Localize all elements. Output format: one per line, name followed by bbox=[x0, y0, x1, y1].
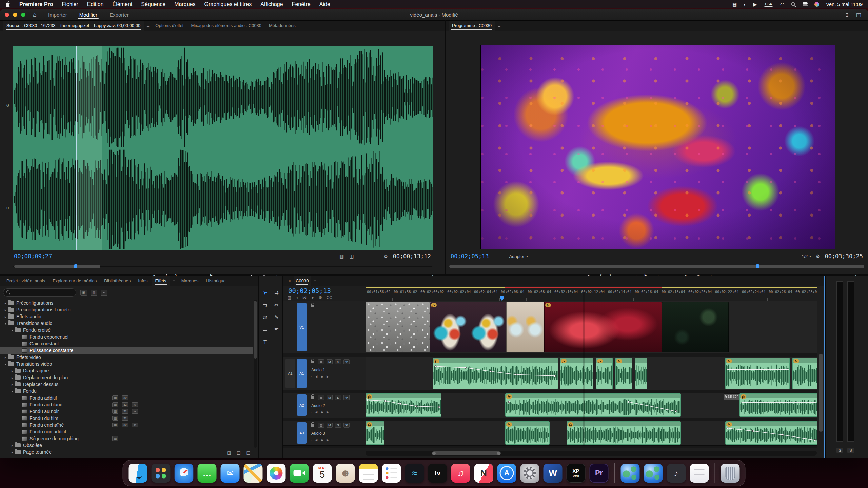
new-preset-icon[interactable]: ⊡ bbox=[237, 450, 241, 456]
next-keyframe-button[interactable]: ▶ bbox=[327, 375, 329, 378]
audio-clip-a2-1[interactable]: fx bbox=[366, 393, 441, 417]
panel-tab-metadonnees[interactable]: Métadonnées bbox=[265, 21, 299, 30]
csa-status-badge[interactable]: CSA bbox=[764, 2, 773, 7]
effects-bin-transitions-audio[interactable]: ▾Transitions audio bbox=[0, 320, 253, 327]
previous-keyframe-button[interactable]: ◀ bbox=[315, 438, 317, 442]
solo-right-button[interactable]: S bbox=[847, 448, 854, 453]
audio-transition-gain-con[interactable]: Gain con bbox=[724, 393, 739, 400]
panel-tab-explorateur-de-medias[interactable]: Explorateur de médias bbox=[49, 276, 100, 286]
effect-item-fondu-non-additif[interactable]: Fondu non additif bbox=[0, 428, 253, 435]
effect-item-fondu-au-blanc[interactable]: Fondu au blanc▦32≋ bbox=[0, 401, 253, 408]
previous-keyframe-button[interactable]: ◀ bbox=[315, 410, 317, 414]
disclosure-closed-icon[interactable]: ▸ bbox=[10, 369, 15, 373]
fx-badge[interactable]: fx bbox=[597, 359, 603, 363]
app-menu[interactable]: Premiere Pro bbox=[19, 1, 53, 7]
menu-element[interactable]: Élément bbox=[113, 1, 133, 7]
apple-menu-icon[interactable] bbox=[5, 1, 11, 7]
menu-affichage[interactable]: Affichage bbox=[260, 1, 283, 7]
source-zoom-thumb[interactable] bbox=[14, 265, 100, 268]
menu-fichier[interactable]: Fichier bbox=[62, 1, 78, 7]
control-center-icon[interactable] bbox=[803, 2, 808, 7]
effect-item-fondu-du-film[interactable]: Fondu du film▦32 bbox=[0, 415, 253, 422]
source-scrub-playhead[interactable] bbox=[74, 264, 77, 268]
audio-clip-a1-6[interactable]: fx bbox=[725, 358, 790, 389]
dock-contacts-icon[interactable]: ☻ bbox=[336, 464, 355, 483]
effect-item-sequence-de-morphing[interactable]: Séquence de morphing▦ bbox=[0, 435, 253, 442]
zoom-window-button[interactable] bbox=[21, 13, 25, 17]
maximize-icon[interactable]: ◳ bbox=[856, 12, 861, 18]
add-marker-button[interactable]: ▼ bbox=[311, 295, 315, 300]
selection-tool[interactable]: ➤ bbox=[261, 289, 270, 297]
dock-calendar-icon[interactable]: MAI5 bbox=[313, 464, 332, 483]
dock-trash-icon[interactable] bbox=[721, 464, 740, 483]
filter-accelerated-effects-icon[interactable]: ▣ bbox=[80, 290, 87, 296]
audio-clip-a1-4[interactable]: fx bbox=[615, 358, 632, 389]
solo-button[interactable]: S bbox=[335, 423, 341, 428]
video-clip-3[interactable] bbox=[506, 302, 544, 352]
menu-edition[interactable]: Edition bbox=[87, 1, 104, 7]
dock-maps-icon[interactable] bbox=[244, 464, 263, 483]
snap-toggle[interactable]: ∩ bbox=[295, 295, 298, 300]
disclosure-closed-icon[interactable]: ▸ bbox=[10, 383, 15, 386]
dock-premiere-icon[interactable]: Pr bbox=[590, 464, 609, 483]
track-select-forward-tool[interactable]: ⇉ bbox=[272, 289, 281, 297]
dock-finder-icon[interactable] bbox=[129, 464, 147, 483]
track-height-icon[interactable]: ▤ bbox=[318, 423, 324, 428]
fx-badge[interactable]: fx bbox=[545, 303, 551, 307]
slip-tool[interactable]: ⇄ bbox=[261, 313, 270, 321]
panel-tab-marques[interactable]: Marques bbox=[178, 276, 202, 286]
captions-toggle[interactable]: CC bbox=[327, 295, 332, 300]
keyframe-toggle-icon[interactable]: ◦ bbox=[311, 438, 312, 442]
delete-icon[interactable]: ⊟ bbox=[246, 450, 251, 456]
keyframe-toggle-icon[interactable]: ◦ bbox=[311, 375, 312, 378]
effects-bin-transitions-video[interactable]: ▾Transitions vidéo bbox=[0, 361, 253, 367]
panel-menu-icon[interactable]: ≡ bbox=[498, 23, 500, 28]
effects-bin-preconfigurations[interactable]: ▸Préconfigurations bbox=[0, 300, 253, 306]
add-keyframe-button[interactable]: ◆ bbox=[321, 410, 323, 414]
dock-appstore-icon[interactable]: A bbox=[497, 464, 516, 483]
close-window-button[interactable] bbox=[5, 13, 9, 17]
volume-keyframe-line[interactable] bbox=[726, 358, 790, 389]
filter-yuv-effects-icon[interactable]: ≋ bbox=[101, 290, 107, 296]
close-icon[interactable]: × bbox=[288, 278, 291, 284]
audio-clip-a1-3[interactable]: fx bbox=[596, 358, 613, 389]
video-clip-2[interactable]: fx bbox=[430, 302, 506, 352]
dual-view-icon[interactable]: ◫ bbox=[349, 253, 354, 259]
track-target-A1[interactable]: A1 bbox=[297, 359, 307, 388]
dock-reminders-icon[interactable] bbox=[382, 464, 401, 483]
dock-xppen-icon[interactable]: XPpen bbox=[567, 464, 586, 483]
dock-launchpad-icon[interactable] bbox=[152, 464, 171, 483]
workspace-tab-exporter[interactable]: Exporter bbox=[103, 9, 135, 20]
effects-bin-preconfigurations-lumetri[interactable]: ▸Préconfigurations Lumetri bbox=[0, 306, 253, 313]
razor-tool[interactable]: ✂ bbox=[272, 301, 281, 309]
audio-clip-a3-2[interactable]: fx bbox=[505, 421, 550, 445]
panel-tab-mixage-des-elements-audio-c0030[interactable]: Mixage des éléments audio : C0030 bbox=[188, 21, 264, 30]
fx-badge[interactable]: fx bbox=[726, 422, 732, 427]
track-lock-icon[interactable] bbox=[311, 424, 314, 427]
track-lock-icon[interactable] bbox=[311, 396, 314, 399]
mute-button[interactable]: M bbox=[327, 395, 333, 400]
screen-grid-icon[interactable]: ▦ bbox=[732, 2, 737, 7]
effect-item-gain-constant[interactable]: Gain constant bbox=[0, 340, 253, 347]
hand-tool[interactable]: ☛ bbox=[272, 325, 281, 333]
voiceover-record-icon[interactable]: Ψ bbox=[343, 395, 350, 400]
solo-button[interactable]: S bbox=[335, 395, 341, 400]
disclosure-closed-icon[interactable]: ▸ bbox=[3, 315, 8, 319]
dock-settings-icon[interactable] bbox=[520, 464, 539, 483]
fx-badge[interactable]: fx bbox=[367, 394, 372, 399]
rectangle-tool[interactable]: ▭ bbox=[261, 325, 270, 333]
audio-clip-a1-1[interactable]: fx bbox=[433, 358, 558, 389]
next-keyframe-button[interactable]: ▶ bbox=[327, 438, 329, 442]
menu-marques[interactable]: Marques bbox=[174, 1, 195, 7]
playhead-line[interactable] bbox=[584, 291, 584, 446]
volume-keyframe-line[interactable] bbox=[433, 358, 558, 389]
home-icon[interactable]: ⌂ bbox=[33, 11, 37, 18]
playback-resolution-select[interactable]: 1/2▾ bbox=[802, 254, 811, 259]
timeline-ruler[interactable]: 00;01;56;0200;01;58;0200;02;00;0200;02;0… bbox=[366, 286, 817, 301]
effects-bin-deplacer-dessus[interactable]: ▸Déplacer dessus bbox=[0, 381, 253, 388]
sequence-tab[interactable]: C0030 bbox=[294, 276, 311, 286]
menu-clock[interactable]: Ven. 5 mai 11:09 bbox=[826, 2, 863, 7]
panel-tab-projet-video-anais[interactable]: Projet : vidéo_anais bbox=[3, 276, 48, 286]
lane-A3[interactable]: fxfxfxfx bbox=[366, 421, 817, 446]
quick-export-icon[interactable]: ↥ bbox=[845, 12, 849, 18]
